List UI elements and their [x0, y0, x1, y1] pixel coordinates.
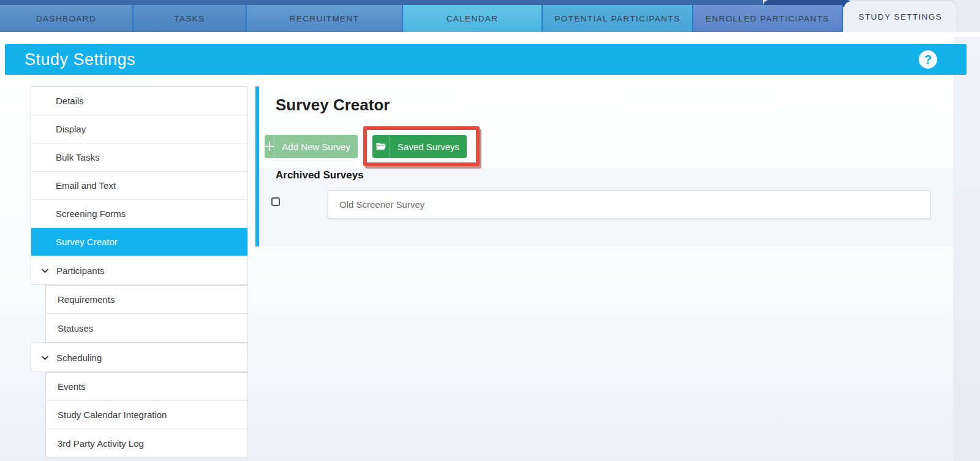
sidebar-item-screening-forms[interactable]: Screening Forms [31, 200, 247, 228]
sidebar-item-requirements[interactable]: Requirements [46, 286, 247, 314]
sidebar-item-label: Details [56, 96, 84, 106]
tab-calendar[interactable]: CALENDAR [403, 5, 543, 32]
add-new-survey-button[interactable]: Add New Survey [265, 135, 358, 158]
sidebar-item-label: Participants [56, 265, 104, 276]
sidebar-item-label: 3rd Party Activity Log [58, 438, 144, 449]
sidebar-item-survey-creator[interactable]: Survey Creator [31, 228, 247, 256]
sidebar-group-main: Details Display Bulk Tasks Email and Tex… [31, 86, 248, 285]
page-title: Study Settings [5, 50, 135, 69]
sidebar-item-3rd-party-activity-log[interactable]: 3rd Party Activity Log [46, 429, 247, 457]
plus-icon [265, 135, 274, 158]
sidebar-group-scheduling: Events Study Calendar Integration 3rd Pa… [45, 372, 248, 458]
page-header: Study Settings ? [5, 44, 967, 75]
sidebar-group-participants: Requirements Statuses [45, 285, 248, 343]
button-label: Saved Surveys [390, 142, 467, 152]
tab-enrolled-participants[interactable]: ENROLLED PARTICIPANTS [693, 5, 843, 32]
sidebar-item-label: Screening Forms [56, 208, 126, 219]
right-edge-background [953, 37, 980, 461]
archived-survey-checkbox[interactable] [271, 197, 280, 206]
sidebar-item-participants[interactable]: Participants [31, 256, 247, 284]
archived-survey-row[interactable]: Old Screener Survey [328, 190, 931, 219]
sidebar-item-label: Bulk Tasks [56, 152, 99, 162]
nav-tabs-row: DASHBOARD TASKS RECRUITMENT CALENDAR POT… [0, 5, 843, 32]
section-title: Survey Creator [276, 96, 390, 115]
tab-tasks[interactable]: TASKS [134, 5, 247, 32]
sidebar-item-events[interactable]: Events [46, 373, 247, 401]
sidebar-item-label: Statuses [58, 323, 93, 333]
folder-open-icon [372, 135, 390, 158]
sidebar-group-scheduling-parent: Scheduling [31, 343, 248, 372]
help-icon[interactable]: ? [919, 50, 937, 69]
sidebar-item-email-and-text[interactable]: Email and Text [31, 172, 247, 200]
sidebar-item-statuses[interactable]: Statuses [46, 314, 247, 342]
chevron-down-icon [40, 353, 50, 362]
saved-surveys-button[interactable]: Saved Surveys [372, 135, 467, 158]
sidebar-item-study-calendar-integration[interactable]: Study Calendar Integration [46, 401, 247, 429]
sidebar-item-label: Study Calendar Integration [58, 410, 167, 420]
sidebar-item-scheduling[interactable]: Scheduling [31, 343, 247, 371]
tab-potential-participants[interactable]: POTENTIAL PARTICIPANTS [543, 5, 693, 32]
sidebar-item-label: Display [56, 124, 86, 134]
sidebar-item-label: Email and Text [56, 180, 116, 191]
chevron-down-icon [40, 266, 50, 275]
button-label: Add New Survey [274, 142, 358, 152]
sidebar-item-bulk-tasks[interactable]: Bulk Tasks [31, 143, 247, 172]
tab-dashboard[interactable]: DASHBOARD [0, 5, 134, 32]
tab-study-settings[interactable]: STUDY SETTINGS [844, 1, 957, 32]
tab-recruitment[interactable]: RECRUITMENT [247, 5, 403, 32]
sidebar-item-display[interactable]: Display [31, 115, 247, 143]
sidebar-item-label: Survey Creator [56, 237, 118, 247]
top-navigation: DASHBOARD TASKS RECRUITMENT CALENDAR POT… [0, 0, 980, 32]
archived-survey-name: Old Screener Survey [328, 199, 424, 210]
sidebar-item-label: Requirements [58, 294, 115, 305]
archived-surveys-heading: Archived Surveys [276, 169, 364, 181]
sidebar-item-label: Events [58, 381, 86, 392]
sidebar-item-details[interactable]: Details [31, 87, 247, 115]
sidebar-item-label: Scheduling [56, 352, 102, 363]
settings-sidebar: Details Display Bulk Tasks Email and Tex… [31, 86, 248, 458]
